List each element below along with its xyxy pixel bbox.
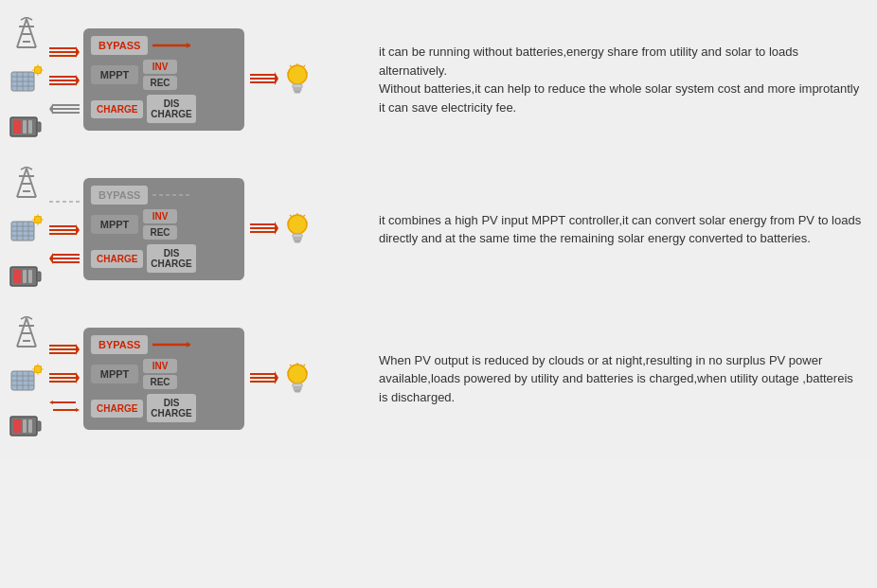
svg-marker-65 xyxy=(49,253,53,264)
inv-box-1: INV xyxy=(143,60,177,74)
output-arrow-svg-2 xyxy=(250,205,278,253)
diagram-row-2: BYPASS MPPT INV REC CHARGE xyxy=(9,159,868,299)
battery-icon-1 xyxy=(9,112,44,142)
svg-marker-42 xyxy=(76,46,80,58)
charge-discharge-row-1: CHARGE DISCHARGE xyxy=(91,95,237,123)
inverter-box-3: BYPASS MPPT INV REC CH xyxy=(83,328,244,430)
svg-marker-52 xyxy=(187,43,190,48)
sun-arrow-1 xyxy=(49,72,80,87)
diagram-row-3: BYPASS MPPT INV REC CH xyxy=(9,309,868,449)
bypass-row-3: BYPASS xyxy=(91,335,237,354)
mppt-inv-row-1: MPPT INV REC xyxy=(91,60,237,90)
description-2: it combines a high PV input MPPT control… xyxy=(369,211,862,248)
charge-discharge-row-3: CHARGE DISCHARGE xyxy=(91,394,237,422)
bypass-line-svg-2 xyxy=(152,188,190,202)
svg-marker-88 xyxy=(275,371,278,384)
tower-arrow-1 xyxy=(49,44,80,59)
bypass-btn-1: BYPASS xyxy=(91,36,148,55)
main-container: BYPASS MPPT INV REC xyxy=(0,0,877,458)
battery-arrow-1 xyxy=(49,100,80,116)
bypass-row-2: BYPASS xyxy=(91,186,237,205)
sun-icon-2 xyxy=(9,214,44,248)
diagram-area-3: BYPASS MPPT INV REC CH xyxy=(9,316,360,441)
charge-discharge-row-2: CHARGE DISCHARGE xyxy=(91,244,237,273)
svg-marker-70 xyxy=(275,222,278,235)
discharge-btn-1: DISCHARGE xyxy=(147,95,195,123)
svg-marker-46 xyxy=(76,75,80,86)
input-arrows-1 xyxy=(49,44,80,116)
inv-rec-col-1: INV REC xyxy=(143,60,177,90)
bypass-line-svg-1 xyxy=(152,39,190,52)
diagram-area-1: BYPASS MPPT INV REC xyxy=(9,17,360,142)
input-arrows-2 xyxy=(49,193,80,265)
sun-arrow-2 xyxy=(49,222,80,237)
bypass-btn-2: BYPASS xyxy=(91,186,148,205)
battery-arrow-2 xyxy=(49,250,80,265)
bulb-icon-3 xyxy=(282,361,313,397)
svg-marker-82 xyxy=(76,408,80,412)
battery-arrow-3 xyxy=(49,398,80,417)
discharge-btn-2: DISCHARGE xyxy=(147,244,195,273)
icons-col-3 xyxy=(9,316,44,441)
rec-box-3: REC xyxy=(143,375,177,389)
battery-icon-3 xyxy=(9,411,44,441)
rec-box-2: REC xyxy=(143,225,177,240)
svg-marker-84 xyxy=(187,342,190,347)
diagram-area-2: BYPASS MPPT INV REC CHARGE xyxy=(9,167,360,292)
svg-marker-74 xyxy=(76,344,80,355)
input-arrows-3 xyxy=(49,341,80,417)
inv-box-2: INV xyxy=(143,209,177,223)
inv-rec-col-3: INV REC xyxy=(143,359,177,389)
charge-btn-3: CHARGE xyxy=(91,400,143,418)
svg-marker-56 xyxy=(275,72,278,85)
sun-icon-1 xyxy=(9,64,44,98)
inv-rec-col-2: INV REC xyxy=(143,209,177,240)
mppt-inv-row-2: MPPT INV REC xyxy=(91,209,237,240)
output-arrow-svg-1 xyxy=(250,56,278,103)
inverter-box-1: BYPASS MPPT INV REC xyxy=(83,28,244,131)
mppt-btn-1: MPPT xyxy=(91,65,138,84)
icons-col-2 xyxy=(9,167,44,292)
tower-icon-3 xyxy=(9,316,44,350)
output-arrow-svg-3 xyxy=(250,355,278,402)
description-1: it can be running without batteries,ener… xyxy=(369,43,862,116)
charge-btn-1: CHARGE xyxy=(91,100,143,118)
charge-btn-2: CHARGE xyxy=(91,250,143,268)
bypass-btn-3: BYPASS xyxy=(91,335,148,354)
bypass-row-1: BYPASS xyxy=(91,36,237,55)
mppt-inv-row-3: MPPT INV REC xyxy=(91,359,237,389)
bulb-icon-2 xyxy=(282,211,313,247)
tower-arrow-3 xyxy=(49,341,80,356)
mppt-btn-3: MPPT xyxy=(91,365,138,383)
description-3: When PV output is reduced by clouds or a… xyxy=(369,351,862,407)
tower-icon-1 xyxy=(9,17,44,51)
svg-marker-80 xyxy=(49,401,53,404)
bulb-icon-1 xyxy=(282,62,313,98)
diagram-row-1: BYPASS MPPT INV REC xyxy=(9,9,868,150)
icons-col-1 xyxy=(9,17,44,142)
inverter-box-2: BYPASS MPPT INV REC CHARGE xyxy=(83,178,244,280)
sun-icon-3 xyxy=(9,364,44,398)
sun-arrow-3 xyxy=(49,369,80,384)
inv-box-3: INV xyxy=(143,359,177,373)
output-arrow-1 xyxy=(248,56,278,103)
svg-marker-78 xyxy=(76,372,80,383)
svg-marker-50 xyxy=(49,103,53,115)
bypass-line-svg-3 xyxy=(152,338,190,351)
tower-arrow-2 xyxy=(49,193,80,208)
rec-box-1: REC xyxy=(143,76,177,90)
battery-icon-2 xyxy=(9,261,44,292)
svg-marker-61 xyxy=(76,224,80,236)
output-arrow-3 xyxy=(248,355,278,402)
output-arrow-2 xyxy=(248,205,278,253)
discharge-btn-3: DISCHARGE xyxy=(147,394,195,422)
tower-icon-2 xyxy=(9,167,44,201)
mppt-btn-2: MPPT xyxy=(91,215,138,234)
